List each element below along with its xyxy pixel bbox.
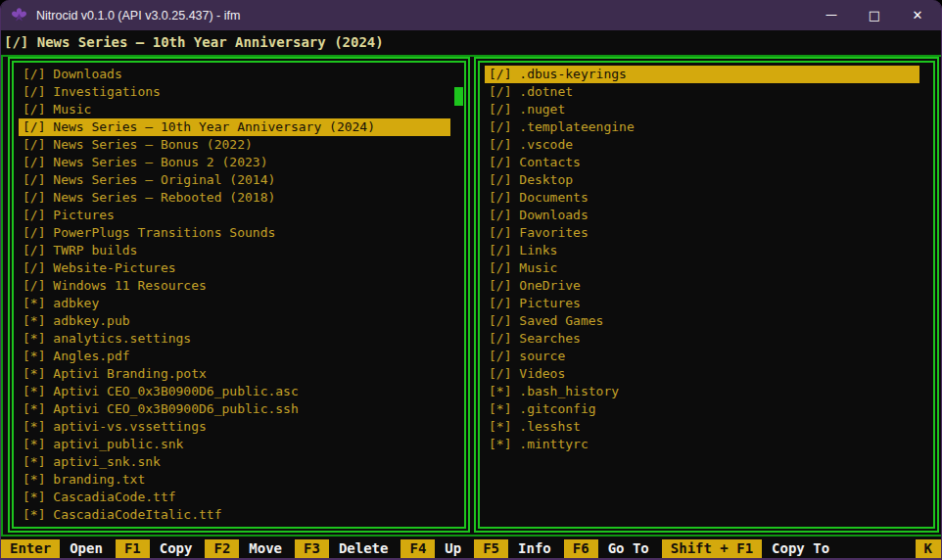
file-row-file[interactable]: [*] .gitconfig <box>485 400 919 418</box>
file-row-dir[interactable]: [/] Downloads <box>19 66 450 83</box>
keybar-action-label: Go To <box>598 539 662 558</box>
file-row-file[interactable]: [*] Aptivi CEO_0x3B0900D6_public.asc <box>19 383 450 400</box>
file-row-dir[interactable]: [/] Music <box>485 259 919 277</box>
window-controls: — □ ✕ <box>810 0 939 30</box>
file-row-dir[interactable]: [/] Music <box>19 101 450 118</box>
file-row-dir[interactable]: [/] Contacts <box>485 154 919 171</box>
maximize-button[interactable]: □ <box>853 0 896 30</box>
app-window: Nitrocid v0.1.0 (API v3.0.25.437) - ifm … <box>0 0 942 560</box>
keybar-more-keys-button[interactable]: K <box>916 539 941 558</box>
file-row-file[interactable]: [*] aptivi-vs.vssettings <box>19 418 450 436</box>
file-row-file[interactable]: [*] analytics.settings <box>19 330 450 348</box>
file-list-right: [/] .dbus-keyrings[/] .dotnet[/] .nuget[… <box>480 66 933 524</box>
file-row-file[interactable]: [*] .bash_history <box>485 383 919 400</box>
keybar-bindings: EnterOpenF1CopyF2MoveF3DeleteF4UpF5InfoF… <box>1 539 842 558</box>
file-row-dir[interactable]: [/] Pictures <box>485 295 919 312</box>
file-row-dir[interactable]: [/] News Series – Original (2014) <box>19 171 450 189</box>
file-row-dir[interactable]: [/] Videos <box>485 365 919 383</box>
file-row-dir[interactable]: [/] Links <box>485 242 919 259</box>
file-row-dir[interactable]: [/] News Series – Bonus 2 (2023) <box>19 154 450 171</box>
file-list-left: [/] Downloads[/] Investigations[/] Music… <box>14 66 464 524</box>
file-row-dir[interactable]: [/] Investigations <box>19 83 450 101</box>
file-row-dir[interactable]: [/] News Series – Bonus (2022) <box>19 136 450 154</box>
keybar-action-label: Open <box>60 539 116 558</box>
file-row-dir[interactable]: [/] News Series – 10th Year Anniversary … <box>19 118 450 136</box>
file-row-dir[interactable]: [/] OneDrive <box>485 277 919 295</box>
file-row-file[interactable]: [*] aptivi_public.snk <box>19 436 450 453</box>
file-row-dir[interactable]: [/] Downloads <box>485 207 919 224</box>
keybar-key-f2-button[interactable]: F2 <box>205 539 239 558</box>
file-row-dir[interactable]: [/] Windows 11 Resources <box>19 277 450 295</box>
file-row-dir[interactable]: [/] Pictures <box>19 207 450 224</box>
file-row-file[interactable]: [*] aptivi_snk.snk <box>19 453 450 471</box>
keybar-key-f3-button[interactable]: F3 <box>295 539 329 558</box>
keybar-key-shift+f1-button[interactable]: Shift + F1 <box>662 539 762 558</box>
keybar: EnterOpenF1CopyF2MoveF3DeleteF4UpF5InfoF… <box>1 537 941 560</box>
file-row-file[interactable]: [*] Aptivi CEO_0x3B0900D6_public.ssh <box>19 400 450 418</box>
file-row-file[interactable]: [*] adbkey <box>19 295 450 312</box>
keybar-action-label: Copy To <box>762 539 842 558</box>
keybar-action-label: Up <box>435 539 474 558</box>
current-path-header: [/] News Series – 10th Year Anniversary … <box>1 30 941 55</box>
keybar-key-f4-button[interactable]: F4 <box>400 539 435 558</box>
file-row-dir[interactable]: [/] PowerPlugs Transitions Sounds <box>19 224 450 242</box>
file-row-dir[interactable]: [/] Favorites <box>485 224 919 242</box>
file-row-dir[interactable]: [/] .templateengine <box>485 118 919 136</box>
file-row-file[interactable]: [*] CascadiaCode.ttf <box>19 489 450 506</box>
keybar-action-label: Info <box>508 539 564 558</box>
keybar-action-label: Copy <box>150 539 206 558</box>
file-row-dir[interactable]: [/] .dbus-keyrings <box>485 66 919 83</box>
file-row-file[interactable]: [*] Aptivi Branding.potx <box>19 365 450 383</box>
close-button[interactable]: ✕ <box>896 0 939 30</box>
file-row-dir[interactable]: [/] Documents <box>485 189 919 207</box>
file-row-dir[interactable]: [/] .dotnet <box>485 83 919 101</box>
file-row-file[interactable]: [*] .lesshst <box>485 418 919 436</box>
file-row-dir[interactable]: [/] source <box>485 348 919 365</box>
file-row-dir[interactable]: [/] .vscode <box>485 136 919 154</box>
file-row-dir[interactable]: [/] Website-Pictures <box>19 259 450 277</box>
file-row-file[interactable]: [*] branding.txt <box>19 471 450 489</box>
keybar-key-f1-button[interactable]: F1 <box>116 539 150 558</box>
nitrocid-logo-icon <box>11 7 27 23</box>
file-row-dir[interactable]: [/] News Series – Rebooted (2018) <box>19 189 450 207</box>
file-row-file[interactable]: [*] .minttyrc <box>485 436 919 453</box>
file-row-dir[interactable]: [/] Saved Games <box>485 312 919 330</box>
window-title: Nitrocid v0.1.0 (API v3.0.25.437) - ifm <box>36 9 810 23</box>
file-manager-screen: [/] Downloads[/] Investigations[/] Music… <box>1 55 942 537</box>
left-panel-scrollbar-thumb[interactable] <box>454 87 463 106</box>
file-panel-right: [/] .dbus-keyrings[/] .dotnet[/] .nuget[… <box>474 57 939 533</box>
file-row-dir[interactable]: [/] Searches <box>485 330 919 348</box>
keybar-key-f6-button[interactable]: F6 <box>564 539 598 558</box>
keybar-key-enter-button[interactable]: Enter <box>1 539 60 558</box>
minimize-button[interactable]: — <box>810 0 853 30</box>
titlebar: Nitrocid v0.1.0 (API v3.0.25.437) - ifm … <box>1 0 941 30</box>
file-panel-left: [/] Downloads[/] Investigations[/] Music… <box>8 57 470 533</box>
file-row-dir[interactable]: [/] TWRP builds <box>19 242 450 259</box>
keybar-action-label: Delete <box>329 539 401 558</box>
file-row-dir[interactable]: [/] Desktop <box>485 171 919 189</box>
file-row-file[interactable]: [*] CascadiaCodeItalic.ttf <box>19 506 450 524</box>
keybar-key-f5-button[interactable]: F5 <box>474 539 508 558</box>
file-row-file[interactable]: [*] adbkey.pub <box>19 312 450 330</box>
file-row-file[interactable]: [*] Angles.pdf <box>19 348 450 365</box>
file-row-dir[interactable]: [/] .nuget <box>485 101 919 118</box>
keybar-action-label: Move <box>239 539 295 558</box>
